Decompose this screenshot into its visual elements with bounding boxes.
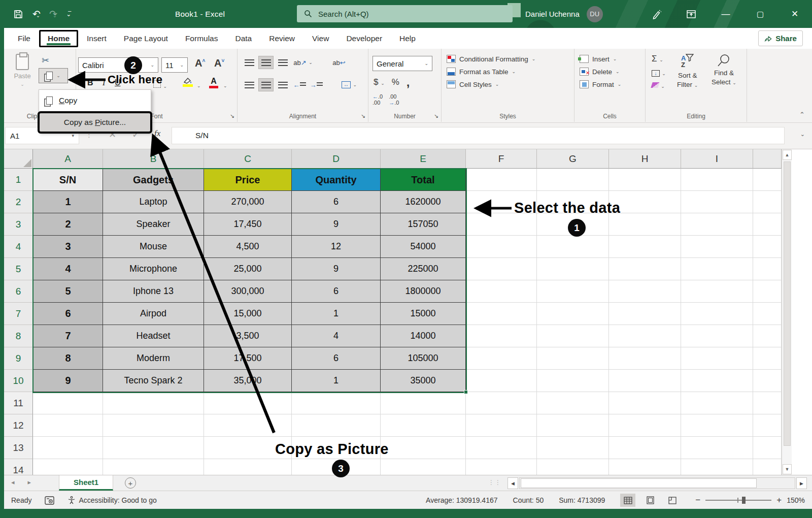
cell[interactable]: 1800000 <box>381 280 466 303</box>
cell[interactable] <box>681 392 753 414</box>
cell[interactable] <box>466 169 537 191</box>
cell[interactable] <box>466 325 537 347</box>
cell[interactable] <box>753 370 782 392</box>
cell[interactable] <box>753 169 782 191</box>
row-header-2[interactable]: 2 <box>4 191 33 213</box>
column-header-a[interactable]: A <box>33 149 103 169</box>
font-color-dropdown[interactable]: ⌄ <box>223 80 227 89</box>
cell[interactable] <box>103 437 204 459</box>
cell[interactable] <box>753 459 782 475</box>
cell[interactable]: 17,500 <box>204 347 292 370</box>
cell[interactable]: 1 <box>292 370 381 392</box>
cell[interactable] <box>609 347 681 370</box>
column-header-g[interactable]: G <box>537 149 609 169</box>
close-button[interactable]: ✕ <box>777 0 812 28</box>
cell[interactable] <box>609 370 681 392</box>
cell[interactable]: 35000 <box>381 370 466 392</box>
wrap-text-icon[interactable]: ab↩ <box>330 56 348 69</box>
horizontal-scrollbar[interactable]: ◀ ▶ <box>507 477 807 489</box>
formula-input[interactable]: S/N <box>172 127 785 144</box>
align-bottom-icon[interactable] <box>275 56 290 69</box>
cell[interactable] <box>103 414 204 437</box>
tabbar-splitter[interactable]: ⋮⋮ <box>488 479 501 486</box>
vertical-scroll-thumb[interactable] <box>784 161 791 446</box>
undo-icon[interactable]: ↶ ⌄ <box>32 8 40 20</box>
cell[interactable] <box>466 459 537 475</box>
font-name-select[interactable]: Calibri⌄ <box>78 57 158 73</box>
copy-button[interactable]: ⌄ <box>39 68 68 83</box>
increase-indent-icon[interactable]: → <box>309 78 324 91</box>
cell[interactable]: S/N <box>33 169 103 191</box>
cell[interactable] <box>466 370 537 392</box>
cell[interactable] <box>753 236 782 258</box>
cell[interactable] <box>204 392 292 414</box>
row-header-3[interactable]: 3 <box>4 213 33 236</box>
cell[interactable]: 3,500 <box>204 325 292 347</box>
cell[interactable] <box>33 437 103 459</box>
cell[interactable] <box>537 303 609 325</box>
accessibility-status[interactable]: Accessibility: Good to go <box>67 496 156 504</box>
row-header-14[interactable]: 14 <box>4 459 33 475</box>
cell[interactable] <box>609 414 681 437</box>
zoom-slider[interactable] <box>705 500 771 501</box>
cell[interactable]: 35,000 <box>204 370 292 392</box>
cell[interactable] <box>381 437 466 459</box>
cell[interactable] <box>537 169 609 191</box>
zoom-level[interactable]: 150% <box>787 496 805 504</box>
expand-formula-bar-icon[interactable]: ⌄ <box>800 131 805 138</box>
cell[interactable]: Mouse <box>103 236 204 258</box>
cut-icon[interactable]: ✂ <box>42 55 49 66</box>
cell[interactable]: 8 <box>33 347 103 370</box>
find-select-button[interactable]: Find & Select ⌄ <box>712 54 736 86</box>
cell[interactable] <box>681 437 753 459</box>
cell[interactable] <box>753 303 782 325</box>
cell[interactable]: Price <box>204 169 292 191</box>
column-header-b[interactable]: B <box>103 149 204 169</box>
insert-function-icon[interactable]: fx <box>154 128 160 139</box>
cell[interactable]: Headset <box>103 325 204 347</box>
cell[interactable] <box>609 258 681 280</box>
minimize-button[interactable]: — <box>708 0 743 28</box>
share-button[interactable]: Share <box>758 30 803 46</box>
cell[interactable] <box>292 392 381 414</box>
row-header-10[interactable]: 10 <box>4 370 33 392</box>
tab-help[interactable]: Help <box>391 30 424 47</box>
cell[interactable] <box>681 414 753 437</box>
column-header-i[interactable]: I <box>681 149 753 169</box>
cell[interactable]: 54000 <box>381 236 466 258</box>
cell[interactable]: 300,000 <box>204 280 292 303</box>
align-middle-icon[interactable] <box>258 56 274 69</box>
collapse-ribbon-icon[interactable]: ⌃ <box>799 111 805 118</box>
prev-sheet-icon[interactable]: ◂ <box>11 478 15 486</box>
count-stat[interactable]: Count: 50 <box>513 496 544 504</box>
cell[interactable] <box>466 414 537 437</box>
next-sheet-icon[interactable]: ▸ <box>28 478 31 486</box>
cell[interactable]: 6 <box>33 303 103 325</box>
column-header-c[interactable]: C <box>204 149 292 169</box>
cell[interactable] <box>537 392 609 414</box>
cell[interactable]: 5 <box>33 280 103 303</box>
row-header-13[interactable]: 13 <box>4 437 33 459</box>
tab-view[interactable]: View <box>303 30 337 47</box>
cell[interactable]: 14000 <box>381 325 466 347</box>
cell[interactable]: 6 <box>292 347 381 370</box>
cell[interactable] <box>537 414 609 437</box>
cell[interactable]: 4,500 <box>204 236 292 258</box>
cell[interactable] <box>681 258 753 280</box>
merge-center-icon[interactable]: ↔ ⌄ <box>337 78 361 91</box>
fill-color-icon[interactable] <box>183 77 193 87</box>
customize-toolbar-icon[interactable]: ⌄̅ <box>66 11 71 18</box>
cell[interactable] <box>466 437 537 459</box>
fill-down-icon[interactable]: ↓ ⌄ <box>652 68 666 77</box>
horizontal-scroll-thumb[interactable] <box>521 478 757 488</box>
cell[interactable]: 7 <box>33 325 103 347</box>
orientation-icon[interactable]: ab↗ ⌄ <box>292 56 314 69</box>
cell[interactable] <box>753 191 782 213</box>
cell[interactable] <box>33 392 103 414</box>
cell[interactable] <box>381 414 466 437</box>
search-input[interactable]: Search (Alt+Q) <box>297 5 513 22</box>
cell[interactable] <box>753 392 782 414</box>
page-layout-view-icon[interactable] <box>642 494 658 507</box>
currency-icon[interactable]: $ ⌄ <box>374 77 385 87</box>
conditional-formatting-button[interactable]: Conditional Formatting⌄ <box>447 55 535 63</box>
